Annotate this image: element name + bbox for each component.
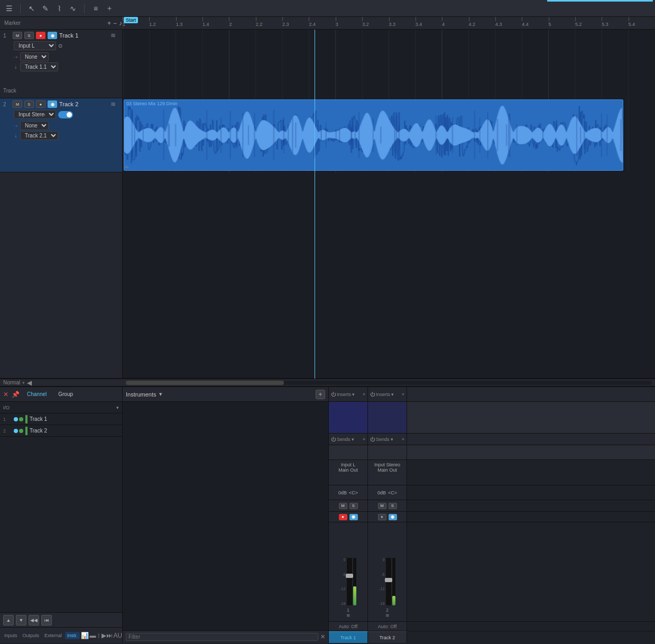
marker-media[interactable]: ♪	[119, 20, 122, 27]
mt-green-2[interactable]	[19, 429, 23, 433]
output-select-1[interactable]: Track 1.1	[20, 62, 58, 71]
track-header-1: 1 M S ● ◉ Track 1 ≋ Input L ⊙	[0, 30, 122, 98]
send-select-2[interactable]: None	[20, 121, 49, 130]
track-header-empty	[0, 172, 122, 379]
scroll-mode-label: Normal	[3, 380, 20, 385]
inserts-menu-1[interactable]: ▾	[352, 392, 355, 397]
mt-active-1[interactable]	[14, 417, 18, 421]
sends-menu-1[interactable]: ▾	[352, 437, 354, 442]
close-mixer-btn[interactable]: ✕	[3, 391, 8, 398]
sends-add-2[interactable]: +	[402, 437, 404, 442]
menu-icon[interactable]: ☰	[4, 4, 14, 13]
output-select-2[interactable]: Track 2.1	[20, 131, 58, 140]
io-expand[interactable]: ▾	[116, 405, 119, 410]
rewind-btn[interactable]: ◀◀	[29, 615, 39, 625]
sends-add-1[interactable]: +	[363, 437, 365, 442]
add-instrument-btn[interactable]: +	[316, 390, 325, 399]
split-icon[interactable]: ⌇	[54, 4, 64, 13]
inserts-header-2: ⏻ Inserts ▾ +	[368, 387, 407, 401]
fader-track-2[interactable]	[386, 558, 391, 605]
nav-bars-icon[interactable]: ▬	[90, 632, 96, 639]
marker-add[interactable]: +	[107, 20, 111, 27]
scale-0: 0	[340, 558, 345, 562]
strip-track-name-1[interactable]: Track 1	[329, 631, 368, 643]
cursor-icon[interactable]: ↖	[27, 4, 36, 13]
strip-mute-2[interactable]: M	[378, 503, 386, 509]
instruments-dropdown[interactable]: ▾	[159, 391, 162, 398]
pencil-icon[interactable]: ✎	[41, 4, 50, 13]
marker-label: Marker	[4, 20, 21, 26]
scrollbar-track[interactable]	[126, 381, 652, 385]
strip-mute-1[interactable]: M	[339, 503, 347, 509]
nav-outputs[interactable]: Outputs	[21, 632, 42, 639]
filter-down-btn[interactable]: ▼	[16, 615, 26, 625]
inserts-menu-2[interactable]: ▾	[391, 392, 394, 397]
strip-record-1[interactable]: ●	[339, 514, 347, 520]
track-lane-2[interactable]: 03 Stereo Mix 129 Dmin ∞	[123, 98, 655, 172]
add-track-icon[interactable]: ＋	[105, 4, 114, 13]
sends-power-1[interactable]: ⏻	[331, 437, 336, 442]
strip-monitor-2[interactable]: ◉	[389, 514, 397, 520]
solo-btn-2[interactable]: S	[24, 100, 34, 108]
marker-remove[interactable]: −	[113, 20, 117, 27]
mixer-track-row-2[interactable]: 2 Track 2	[0, 425, 122, 437]
sends-header-2: ⏻ Sends ▾ +	[368, 434, 407, 445]
record-btn-1[interactable]: ●	[36, 32, 45, 39]
scrollbar-thumb[interactable]	[126, 381, 284, 385]
nav-eq-icon[interactable]: ⫶	[97, 632, 100, 639]
inserts-power-1[interactable]: ⏻	[331, 392, 336, 397]
clip-waveform	[124, 100, 623, 170]
strip-solo-1[interactable]: S	[349, 503, 358, 509]
clip-label-2: 03 Stereo Mix 129 Dmin	[126, 101, 178, 106]
strip-solo-2[interactable]: S	[389, 503, 397, 509]
record-btn-2[interactable]: ●	[36, 100, 45, 108]
inserts-power-2[interactable]: ⏻	[370, 392, 375, 397]
filter-up-btn[interactable]: ▲	[3, 615, 14, 625]
fader-track-1[interactable]	[347, 558, 352, 605]
strip-record-2[interactable]: ●	[378, 514, 386, 520]
solo-btn-1[interactable]: S	[24, 32, 34, 39]
strip-waves-2[interactable]: ≋	[385, 613, 390, 618]
mute-btn-1[interactable]: M	[13, 32, 22, 39]
strip-waves-1[interactable]: ≋	[346, 613, 350, 618]
mute-btn-2[interactable]: M	[13, 100, 22, 108]
input-select-1[interactable]: Input L	[14, 41, 56, 50]
mt-green-1[interactable]	[19, 417, 23, 421]
filter-clear-btn[interactable]: ✕	[320, 633, 325, 640]
filter-input[interactable]	[126, 633, 318, 641]
pin-mixer-btn[interactable]: 📌	[12, 391, 20, 398]
input-toggle-2[interactable]	[58, 111, 73, 118]
scroll-left-btn[interactable]: ◀	[27, 379, 32, 387]
db-pan-1: 0dB <C>	[329, 485, 368, 500]
tab-channel[interactable]: Channel	[23, 390, 51, 398]
fader-handle-2[interactable]	[385, 578, 392, 582]
automation-icon[interactable]: ∿	[68, 4, 78, 13]
scale2-0: 0	[379, 558, 384, 562]
monitor-btn-1[interactable]: ◉	[48, 32, 57, 39]
inserts-add-2[interactable]: +	[402, 392, 404, 397]
monitor-btn-2[interactable]: ◉	[48, 100, 57, 108]
waveform-icon-2: ≋	[110, 100, 119, 108]
send-select-1[interactable]: None	[20, 52, 49, 61]
mt-active-2[interactable]	[14, 429, 18, 433]
inserts-add-1[interactable]: +	[363, 392, 365, 397]
scale-n6: -6	[340, 573, 345, 576]
strip-track-name-2[interactable]: Track 2	[368, 631, 407, 643]
input-select-2[interactable]: Input Stereo	[14, 110, 56, 119]
waveform-icon-1: ≋	[110, 32, 119, 39]
nav-plugin-icon[interactable]: ▶⏭	[102, 632, 113, 639]
strip-monitor-1[interactable]: ◉	[349, 514, 358, 520]
nav-external[interactable]: External	[42, 632, 64, 639]
track-lane-1[interactable]	[123, 30, 655, 98]
tab-group[interactable]: Group	[54, 390, 77, 398]
audio-clip-2[interactable]: 03 Stereo Mix 129 Dmin	[124, 99, 623, 171]
fader-handle-1[interactable]	[346, 574, 353, 578]
sends-power-2[interactable]: ⏻	[370, 437, 375, 442]
skip-btn[interactable]: ⏮	[41, 615, 52, 625]
mixer-track-row-1[interactable]: 1 Track 1	[0, 413, 122, 425]
list-icon[interactable]: ≡	[91, 4, 100, 13]
nav-chart-icon[interactable]: 📊	[81, 632, 89, 639]
sends-menu-2[interactable]: ▾	[391, 437, 393, 442]
nav-instr[interactable]: Instr.	[65, 632, 80, 639]
nav-inputs[interactable]: Inputs	[2, 632, 20, 639]
